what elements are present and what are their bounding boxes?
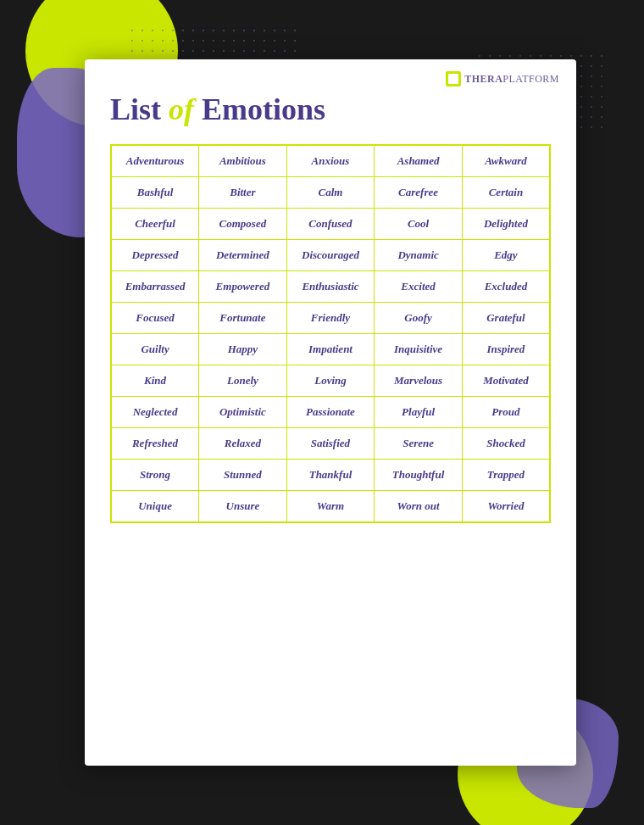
emotion-cell: Bashful — [111, 176, 199, 208]
table-row: BashfulBitterCalmCarefreeCertain — [111, 176, 550, 208]
logo-thera: THERA — [464, 73, 502, 85]
emotion-cell: Calm — [286, 176, 375, 208]
emotion-cell: Strong — [111, 459, 199, 490]
table-row: StrongStunnedThankfulThoughtfulTrapped — [111, 459, 550, 490]
emotion-cell: Adventurous — [111, 145, 199, 177]
emotion-cell: Inspired — [462, 333, 550, 365]
emotion-cell: Fortunate — [199, 302, 287, 333]
emotion-cell: Worried — [462, 490, 550, 522]
emotion-cell: Discouraged — [286, 239, 375, 270]
table-row: KindLonelyLovingMarvelousMotivated — [111, 365, 550, 396]
emotion-cell: Impatient — [286, 333, 375, 365]
emotion-cell: Loving — [286, 365, 375, 396]
emotion-cell: Composed — [199, 208, 287, 239]
emotion-cell: Serene — [375, 427, 463, 459]
emotion-cell: Happy — [199, 333, 287, 365]
emotion-cell: Embarrassed — [111, 270, 199, 302]
table-row: GuiltyHappyImpatientInquisitiveInspired — [111, 333, 550, 365]
emotion-cell: Satisfied — [286, 427, 375, 459]
emotion-cell: Carefree — [375, 176, 463, 208]
emotion-cell: Lonely — [199, 365, 287, 396]
emotion-cell: Empowered — [199, 270, 287, 302]
emotion-cell: Goofy — [375, 302, 463, 333]
emotion-cell: Edgy — [462, 239, 550, 270]
emotion-cell: Optimistic — [199, 396, 287, 427]
emotion-cell: Relaxed — [199, 427, 287, 459]
table-row: DepressedDeterminedDiscouragedDynamicEdg… — [111, 239, 550, 270]
emotion-cell: Grateful — [462, 302, 550, 333]
emotion-cell: Stunned — [199, 459, 287, 490]
emotion-cell: Ambitious — [199, 145, 287, 177]
emotion-cell: Inquisitive — [375, 333, 463, 365]
emotion-cell: Anxious — [286, 145, 375, 177]
table-row: RefreshedRelaxedSatisfiedSereneShocked — [111, 427, 550, 459]
emotion-cell: Delighted — [462, 208, 550, 239]
page-title: List of Emotions — [110, 93, 551, 127]
emotion-cell: Cool — [375, 208, 463, 239]
table-row: NeglectedOptimisticPassionatePlayfulProu… — [111, 396, 550, 427]
emotion-cell: Shocked — [462, 427, 550, 459]
title-of: of — [169, 92, 194, 126]
emotion-cell: Confused — [286, 208, 375, 239]
emotion-cell: Ashamed — [375, 145, 463, 177]
title-emotions: Emotions — [194, 92, 325, 126]
emotions-table: AdventurousAmbitiousAnxiousAshamedAwkwar… — [110, 144, 551, 523]
emotion-cell: Playful — [375, 396, 463, 427]
table-row: AdventurousAmbitiousAnxiousAshamedAwkwar… — [111, 145, 550, 177]
emotion-cell: Excited — [375, 270, 463, 302]
emotion-cell: Thoughtful — [375, 459, 463, 490]
logo-icon — [446, 71, 461, 86]
table-row: EmbarrassedEmpoweredEnthusiasticExcitedE… — [111, 270, 550, 302]
emotion-cell: Friendly — [286, 302, 375, 333]
emotion-cell: Dynamic — [375, 239, 463, 270]
logo: THERAPlatform — [446, 71, 559, 86]
emotion-cell: Neglected — [111, 396, 199, 427]
emotion-cell: Awkward — [462, 145, 550, 177]
emotion-cell: Cheerful — [111, 208, 199, 239]
emotion-cell: Marvelous — [375, 365, 463, 396]
emotion-cell: Thankful — [286, 459, 375, 490]
emotion-cell: Worn out — [375, 490, 463, 522]
table-row: FocusedFortunateFriendlyGoofyGrateful — [111, 302, 550, 333]
table-row: CheerfulComposedConfusedCoolDelighted — [111, 208, 550, 239]
emotion-cell: Determined — [199, 239, 287, 270]
title-list: List — [110, 92, 169, 126]
emotion-cell: Bitter — [199, 176, 287, 208]
emotion-cell: Guilty — [111, 333, 199, 365]
emotion-cell: Excluded — [462, 270, 550, 302]
emotion-cell: Unique — [111, 490, 199, 522]
emotion-cell: Enthusiastic — [286, 270, 375, 302]
emotion-cell: Depressed — [111, 239, 199, 270]
emotion-cell: Trapped — [462, 459, 550, 490]
emotion-cell: Focused — [111, 302, 199, 333]
emotion-cell: Warm — [286, 490, 375, 522]
emotion-cell: Motivated — [462, 365, 550, 396]
main-card: THERAPlatform List of Emotions Adventuro… — [85, 59, 576, 766]
logo-platform: Platform — [502, 73, 559, 85]
emotion-cell: Proud — [462, 396, 550, 427]
table-row: UniqueUnsureWarmWorn outWorried — [111, 490, 550, 522]
emotion-cell: Kind — [111, 365, 199, 396]
emotion-cell: Unsure — [199, 490, 287, 522]
emotion-cell: Passionate — [286, 396, 375, 427]
emotion-cell: Refreshed — [111, 427, 199, 459]
logo-text: THERAPlatform — [464, 73, 559, 86]
emotion-cell: Certain — [462, 176, 550, 208]
